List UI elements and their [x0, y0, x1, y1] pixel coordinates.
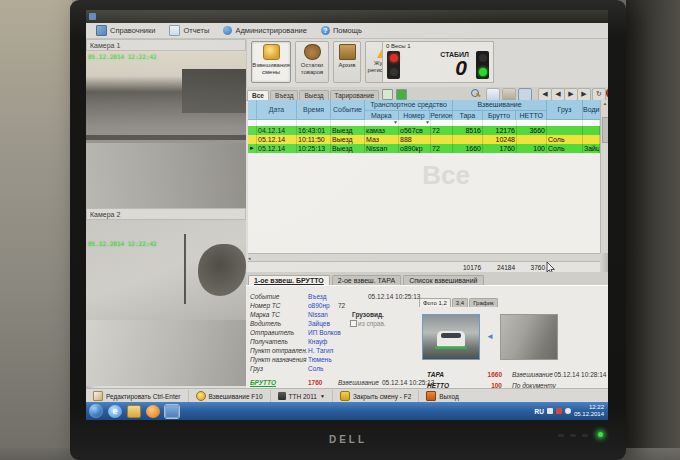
vscroll-thumb[interactable] — [602, 117, 608, 143]
directories-icon — [96, 25, 107, 36]
tray-icon-2[interactable] — [556, 408, 562, 414]
table-row-selected[interactable]: ► 05.12.14 10:25:13 Выезд Nissan о890кр … — [248, 144, 600, 153]
camera2-header: Камера 2 — [86, 208, 246, 220]
grid-vertical-scrollbar[interactable]: ▴ — [600, 100, 608, 253]
off-light — [479, 54, 487, 62]
from-directory-checkbox[interactable] — [350, 320, 357, 327]
menu-help-label: Помощь — [333, 26, 362, 35]
header-marker-col — [248, 100, 257, 120]
details-tab-bar: 1-ое взвеш. БРУТТО 2-ое взвеш. ТАРА Спис… — [246, 272, 608, 285]
scroll-up-icon[interactable]: ▴ — [604, 100, 607, 106]
monitor-power-button[interactable] — [582, 434, 588, 437]
weighings-shift-button[interactable]: Взвешивания смены — [251, 41, 291, 83]
camera2-feed: 05.12.2014 12:22:42 — [86, 220, 246, 386]
weigh-scale-icon — [196, 391, 206, 401]
menu-help[interactable]: ? Помощь — [321, 26, 362, 35]
menu-reports[interactable]: Отчеты — [169, 25, 209, 36]
vehicle-photo-plate-highlight — [435, 346, 467, 349]
stop-icon[interactable] — [606, 87, 608, 99]
camera-active-icon[interactable] — [396, 89, 407, 100]
archive-label: Архив — [339, 62, 356, 69]
scale-title: 0 Весы 1 — [386, 43, 411, 49]
camera1-scene — [86, 51, 246, 208]
tab-entry[interactable]: Въезд — [270, 90, 299, 100]
power-led — [598, 432, 603, 437]
ttn-button[interactable]: ТТН 2011 ▼ — [271, 390, 333, 402]
monitor-brand-logo: DELL — [70, 434, 626, 445]
monitor-menu-button[interactable] — [558, 434, 564, 437]
header-date[interactable]: Дата — [257, 100, 297, 120]
menu-directories[interactable]: Справочники — [96, 25, 155, 36]
tab-exit[interactable]: Выезд — [299, 90, 328, 100]
window-app-icon — [89, 13, 96, 20]
start-button[interactable] — [89, 404, 103, 418]
camera1-feed: 05.12.2014 12:22:42 — [86, 51, 246, 208]
printer-icon — [278, 392, 286, 400]
archive-box-icon — [339, 44, 356, 60]
tray-icon-1[interactable] — [547, 408, 553, 414]
header-cargo[interactable]: Груз — [547, 100, 583, 120]
camera-toggle-icon[interactable] — [382, 89, 393, 100]
edit-pencil-icon — [93, 391, 103, 401]
administration-icon — [223, 26, 232, 35]
weigh-button[interactable]: Взвешивание F10 — [189, 390, 271, 402]
header-group-vehicle: Транспортное средство Марка Номер Регион — [365, 100, 453, 120]
header-event[interactable]: Событие — [331, 100, 365, 120]
tab-first-weigh-brutto[interactable]: 1-ое взвеш. БРУТТО — [248, 275, 330, 285]
window-titlebar — [86, 10, 608, 23]
close-shift-button[interactable]: Закрыть смену - F2 — [333, 390, 419, 402]
windows-taskbar: e RU 12:22 05.12.2014 — [86, 402, 608, 420]
scale-indicator-panel: 0 Весы 1 СТАБИЛ 0 — [382, 41, 494, 83]
camera1-road-edge — [86, 135, 246, 140]
tab-tare[interactable]: Тарирование — [330, 90, 380, 100]
action-bar: Редактировать Ctrl-Enter Взвешивание F10… — [86, 388, 608, 403]
menu-bar: Справочники Отчеты Администрирование ? П… — [86, 23, 608, 39]
header-group-weighing: Взвешивание Тара Брутто НЕТТО — [453, 100, 547, 120]
help-icon: ? — [321, 26, 330, 35]
photo-thumbnail-vehicle[interactable] — [422, 314, 480, 360]
photo-swap-arrow-icon[interactable]: ◄ — [486, 332, 494, 341]
search-icon[interactable] — [470, 89, 482, 100]
photo-thumbnail-road[interactable] — [500, 314, 558, 360]
taskbar-clock[interactable]: 12:22 05.12.2014 — [574, 404, 606, 418]
tab-photo-12[interactable]: Фото 1,2 — [419, 298, 451, 307]
tab-weighings-list[interactable]: Список взвешиваний — [403, 275, 483, 285]
taskbar-folder-icon[interactable] — [127, 405, 141, 418]
header-time[interactable]: Время — [297, 100, 331, 120]
taskbar-weighing-app-icon[interactable] — [165, 405, 179, 418]
selected-row-marker-icon: ► — [248, 144, 257, 153]
tab-photo-34[interactable]: 3,4 — [452, 298, 468, 307]
scale-weight-value: 0 — [455, 56, 467, 80]
tara-line: ТАРА 1660 Взвешивание 05.12.14 10:28:14 — [246, 370, 608, 379]
green-light — [479, 68, 487, 76]
table-row[interactable]: 04.12.14 16:43:01 Выезд камаз о567св 72 … — [248, 126, 600, 135]
archive-button[interactable]: Архив — [333, 41, 361, 83]
weighings-icon — [263, 44, 280, 60]
language-indicator[interactable]: RU — [535, 408, 544, 415]
taskbar-browser-icon[interactable]: e — [108, 405, 122, 418]
photo-panel: Фото 1,2 3,4 График ◄ — [418, 298, 568, 366]
traffic-light-entry-icon — [387, 51, 400, 79]
tab-all[interactable]: Все — [247, 90, 269, 100]
tab-second-weigh-tara[interactable]: 2-ое взвеш. ТАРА — [332, 275, 401, 285]
ttn-dropdown-icon: ▼ — [320, 393, 325, 399]
menu-administration-label: Администрирование — [235, 26, 307, 35]
grid-tab-bar: Все Въезд Выезд Тарирование ◀ ◀ ▶ ▶ ↻ — [246, 87, 608, 101]
monitor-adjust-button[interactable] — [570, 434, 576, 437]
header-driver[interactable]: Водитель — [583, 100, 600, 120]
exit-button[interactable]: Выход — [419, 390, 465, 402]
table-row[interactable]: 05.12.14 10:11:50 Выезд Маз 888 10248 Со… — [248, 135, 600, 144]
clock-time: 12:22 — [574, 404, 604, 411]
camera2-timestamp: 05.12.2014 12:22:42 — [88, 240, 157, 247]
tray-icon-3[interactable] — [565, 408, 571, 414]
tab-graph[interactable]: График — [469, 298, 498, 307]
taskbar-media-icon[interactable] — [146, 405, 160, 418]
stock-label: Остатки товаров — [296, 62, 328, 75]
camera2-road — [86, 320, 246, 386]
menu-administration[interactable]: Администрирование — [223, 26, 307, 35]
background-shadow — [626, 0, 680, 460]
photo-tab-bar: Фото 1,2 3,4 График — [418, 298, 568, 307]
camera1-road — [86, 143, 246, 208]
edit-button[interactable]: Редактировать Ctrl-Enter — [86, 390, 189, 402]
stock-button[interactable]: Остатки товаров — [295, 41, 329, 83]
